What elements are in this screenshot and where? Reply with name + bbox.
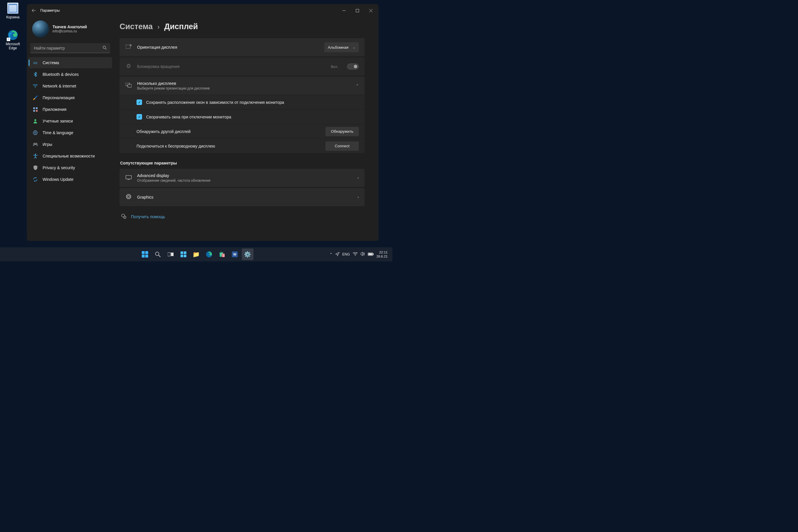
volume-icon[interactable] [361, 252, 365, 256]
row-remember-windows[interactable]: ✓ Сохранять расположение окон в зависимо… [119, 95, 365, 109]
nav-bluetooth[interactable]: Bluetooth & devices [28, 69, 112, 80]
display-icon [126, 175, 132, 181]
nav-label: Приложения [43, 107, 66, 112]
edge-browser-icon [206, 251, 212, 258]
connect-button[interactable]: Connect [325, 141, 359, 151]
taskbar-widgets-button[interactable] [178, 248, 189, 260]
svg-rect-2 [356, 9, 359, 12]
orientation-select[interactable]: Альбомная ⌄ [324, 42, 359, 52]
rotation-lock-icon [126, 63, 132, 70]
settings-window: Параметры Ткачев Анатолий info@comss.ru [27, 4, 379, 241]
taskbar-clock[interactable]: 22:11 28.6.21 [377, 250, 387, 259]
svg-point-25 [155, 252, 159, 255]
nav-games[interactable]: 🎮 Игры [28, 139, 112, 150]
bluetooth-icon [33, 72, 38, 77]
language-indicator[interactable]: ENG [342, 252, 350, 256]
svg-rect-7 [36, 107, 38, 109]
titlebar: Параметры [27, 4, 379, 17]
svg-rect-29 [180, 251, 183, 254]
chevron-down-icon: ⌄ [353, 45, 355, 49]
nav-system[interactable]: ▭ Система [28, 57, 112, 68]
nav-personalization[interactable]: 🖌️ Персонализация [28, 92, 112, 103]
row-multi-display[interactable]: Несколько дисплеев Выберите режим презен… [119, 77, 365, 95]
checkbox-checked[interactable]: ✓ [136, 99, 142, 105]
svg-rect-13 [126, 45, 130, 49]
checkbox-checked[interactable]: ✓ [136, 114, 142, 119]
nav-time-language[interactable]: Time & language [28, 127, 112, 138]
taskbar: 📁 🛍️ W ⚙️ ⌃ ENG 22:11 28.6.21 [0, 247, 392, 261]
nav-windows-update[interactable]: Windows Update [28, 174, 112, 185]
search-field [30, 43, 110, 53]
svg-rect-17 [128, 84, 132, 87]
row-minimize-on-disconnect[interactable]: ✓ Сворачивать окна при отключении монито… [119, 109, 365, 124]
nav-accessibility[interactable]: Специальные возможности [28, 151, 112, 162]
row-graphics[interactable]: Graphics › [119, 188, 365, 206]
close-button[interactable] [364, 6, 377, 15]
update-icon [33, 177, 38, 182]
svg-rect-15 [128, 65, 130, 67]
system-tray[interactable]: ⌃ ENG 22:11 28.6.21 [328, 247, 390, 261]
taskbar-start-button[interactable] [139, 248, 151, 260]
taskbar-store-button[interactable]: 🛍️ [216, 248, 228, 260]
nav-label: Специальные возможности [43, 154, 95, 158]
taskview-icon [168, 252, 173, 256]
row-subtitle: Отображение сведений, частота обновления [137, 178, 350, 183]
nav-network[interactable]: Network & internet [28, 80, 112, 92]
profile-block[interactable]: Ткачев Анатолий info@comss.ru [28, 19, 112, 42]
svg-rect-28 [171, 252, 173, 256]
taskbar-search-button[interactable] [152, 248, 164, 260]
breadcrumb-parent[interactable]: Система [119, 22, 153, 31]
widgets-icon [180, 251, 186, 257]
row-advanced-display[interactable]: Advanced display Отображение сведений, ч… [119, 169, 365, 187]
apps-icon [33, 107, 38, 112]
nav-privacy[interactable]: Privacy & security [28, 162, 112, 173]
desktop-icon-label: Корзина [6, 15, 20, 19]
taskbar-taskview-button[interactable] [165, 248, 176, 260]
row-title: Advanced display [137, 173, 350, 178]
folder-icon: 📁 [192, 251, 200, 258]
taskbar-settings-button[interactable]: ⚙️ [242, 248, 253, 260]
recycle-bin-icon [7, 3, 18, 14]
wifi-icon [33, 83, 38, 89]
chevron-right-icon: › [358, 195, 359, 199]
chevron-up-icon[interactable]: ⌃ [356, 84, 359, 88]
svg-rect-32 [184, 254, 186, 257]
taskbar-explorer-button[interactable]: 📁 [190, 248, 202, 260]
get-help-link[interactable]: ? Получить помощь [119, 214, 365, 220]
back-button[interactable] [28, 5, 40, 16]
nav-label: Система [43, 60, 59, 65]
wifi-icon[interactable] [353, 252, 358, 256]
location-icon[interactable] [336, 252, 340, 257]
rotation-lock-toggle[interactable] [347, 63, 359, 70]
store-icon: 🛍️ [219, 251, 225, 258]
nav-accounts[interactable]: Учетные записи [28, 115, 112, 127]
desktop-icon-recycle-bin[interactable]: Корзина [2, 2, 23, 19]
accessibility-icon [33, 153, 38, 159]
chevron-up-icon[interactable]: ⌃ [329, 252, 332, 256]
row-orientation[interactable]: Ориентация дисплея Альбомная ⌄ [119, 38, 365, 56]
breadcrumb-current: Дисплей [164, 22, 198, 31]
search-input[interactable] [30, 43, 110, 53]
taskbar-word-button[interactable]: W [229, 248, 241, 260]
row-title: Ориентация дисплея [137, 45, 319, 50]
svg-rect-38 [368, 253, 373, 255]
taskbar-edge-button[interactable] [203, 248, 215, 260]
desktop-icon-edge[interactable]: ↗ Microsoft Edge [2, 29, 23, 50]
svg-rect-30 [184, 251, 186, 254]
maximize-button[interactable] [350, 6, 364, 15]
maximize-icon [356, 9, 359, 12]
nav-label: Персонализация [43, 95, 75, 100]
detect-button[interactable]: Обнаружить [325, 127, 359, 136]
globe-clock-icon [33, 130, 38, 135]
windows-logo-icon [142, 251, 148, 258]
nav-label: Игры [43, 142, 52, 147]
multi-display-icon [126, 83, 132, 89]
svg-line-4 [105, 49, 107, 50]
battery-icon[interactable] [368, 252, 374, 256]
svg-point-14 [130, 45, 132, 46]
minimize-button[interactable] [337, 6, 350, 15]
svg-rect-6 [33, 107, 35, 109]
row-title: Обнаружить другой дисплей [136, 129, 321, 134]
nav-apps[interactable]: Приложения [28, 104, 112, 115]
search-icon [103, 46, 107, 51]
